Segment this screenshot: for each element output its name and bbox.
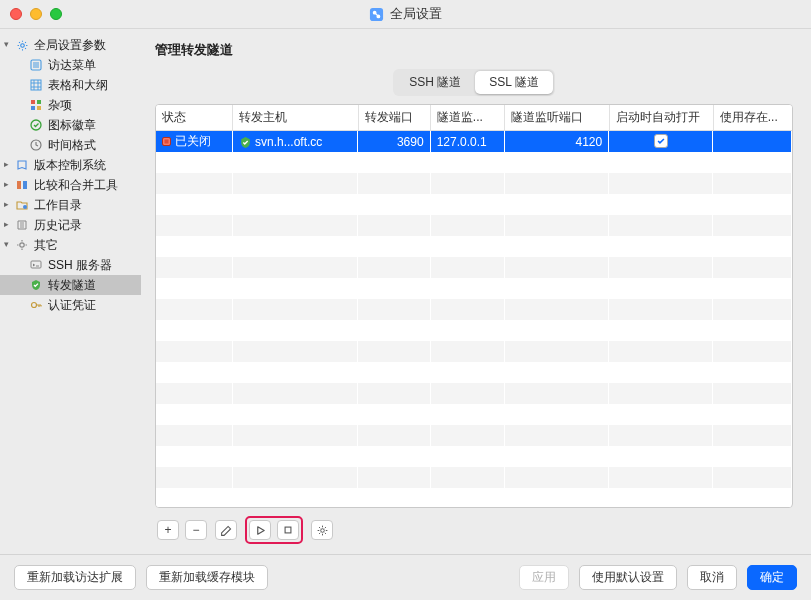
- tab[interactable]: SSL 隧道: [475, 71, 553, 94]
- sidebar-group[interactable]: ▸工作目录: [0, 195, 141, 215]
- zoom-window-button[interactable]: [50, 8, 62, 20]
- table-row-empty: [156, 446, 792, 467]
- column-header[interactable]: 转发端口: [358, 105, 430, 131]
- cell-use-existing: [713, 131, 792, 152]
- table-row-empty: [156, 236, 792, 257]
- table-toolbar: + −: [155, 508, 793, 548]
- cancel-button[interactable]: 取消: [687, 565, 737, 590]
- column-header[interactable]: 转发主机: [233, 105, 358, 131]
- sidebar-item-label: 图标徽章: [48, 117, 96, 134]
- remove-button[interactable]: −: [185, 520, 207, 540]
- item-icon: [28, 97, 44, 113]
- svg-point-17: [32, 303, 37, 308]
- tunnel-table: 状态转发主机转发端口隧道监...隧道监听端口启动时自动打开使用存在... 已关闭…: [155, 104, 793, 508]
- sidebar-item[interactable]: 杂项: [0, 95, 141, 115]
- caret-icon: ▾: [4, 39, 14, 49]
- column-header[interactable]: 隧道监听端口: [505, 105, 609, 131]
- item-icon: [28, 277, 44, 293]
- column-header[interactable]: 隧道监...: [430, 105, 504, 131]
- table-row-empty: [156, 488, 792, 507]
- svg-rect-18: [285, 527, 291, 533]
- cell-listen-port: 4120: [505, 131, 609, 152]
- table-body[interactable]: 已关闭 svn.h...oft.cc 3690 127.0.0.1 4120: [156, 131, 792, 507]
- caret-icon: ▸: [4, 219, 14, 229]
- sidebar-item[interactable]: 图标徽章: [0, 115, 141, 135]
- table-row-empty: [156, 194, 792, 215]
- column-header[interactable]: 启动时自动打开: [609, 105, 713, 131]
- table-row-empty: [156, 299, 792, 320]
- minimize-window-button[interactable]: [30, 8, 42, 20]
- defaults-button[interactable]: 使用默认设置: [579, 565, 677, 590]
- reload-cache-button[interactable]: 重新加载缓存模块: [146, 565, 268, 590]
- sidebar-item[interactable]: 认证凭证: [0, 295, 141, 315]
- svg-rect-9: [37, 106, 41, 110]
- sidebar-item[interactable]: 时间格式: [0, 135, 141, 155]
- sidebar-item-label: 转发隧道: [48, 277, 96, 294]
- sidebar-item-label: 时间格式: [48, 137, 96, 154]
- sidebar-item[interactable]: 访达菜单: [0, 55, 141, 75]
- table-row-empty: [156, 425, 792, 446]
- sidebar-group-label: 版本控制系统: [34, 157, 106, 174]
- svg-point-10: [31, 120, 41, 130]
- sidebar-group-label: 历史记录: [34, 217, 82, 234]
- footer: 重新加载访达扩展 重新加载缓存模块 应用 使用默认设置 取消 确定: [0, 554, 811, 600]
- sidebar-group[interactable]: ▸比较和合并工具: [0, 175, 141, 195]
- cell-auto-open[interactable]: [609, 131, 713, 152]
- status-indicator-icon: [162, 137, 171, 146]
- item-icon: [28, 117, 44, 133]
- settings-button[interactable]: [311, 520, 333, 540]
- edit-button[interactable]: [215, 520, 237, 540]
- content-pane: 管理转发隧道 SSH 隧道SSL 隧道 状态转发主机转发端口隧道监...隧道监听…: [141, 29, 811, 554]
- add-button[interactable]: +: [157, 520, 179, 540]
- sidebar-group[interactable]: ▾其它: [0, 235, 141, 255]
- checkbox-icon[interactable]: [654, 134, 668, 148]
- sidebar[interactable]: ▾全局设置参数访达菜单表格和大纲杂项图标徽章时间格式▸版本控制系统▸比较和合并工…: [0, 29, 141, 554]
- ok-button[interactable]: 确定: [747, 565, 797, 590]
- table-row[interactable]: 已关闭 svn.h...oft.cc 3690 127.0.0.1 4120: [156, 131, 792, 152]
- group-icon: [14, 177, 30, 193]
- svg-rect-6: [31, 100, 35, 104]
- window: 全局设置 ▾全局设置参数访达菜单表格和大纲杂项图标徽章时间格式▸版本控制系统▸比…: [0, 0, 811, 600]
- svg-point-19: [320, 528, 324, 532]
- item-icon: [28, 57, 44, 73]
- svg-rect-7: [37, 100, 41, 104]
- sidebar-item[interactable]: SSH 服务器: [0, 255, 141, 275]
- caret-icon: ▸: [4, 199, 14, 209]
- column-header[interactable]: 使用存在...: [713, 105, 792, 131]
- sidebar-group[interactable]: ▾全局设置参数: [0, 35, 141, 55]
- sidebar-group[interactable]: ▸版本控制系统: [0, 155, 141, 175]
- sidebar-group-label: 其它: [34, 237, 58, 254]
- table-row-empty: [156, 215, 792, 236]
- sidebar-item-label: SSH 服务器: [48, 257, 112, 274]
- item-icon: [28, 257, 44, 273]
- tab[interactable]: SSH 隧道: [395, 71, 475, 94]
- sidebar-item-label: 杂项: [48, 97, 72, 114]
- page-title: 管理转发隧道: [155, 41, 793, 59]
- sidebar-item[interactable]: 表格和大纲: [0, 75, 141, 95]
- window-body: ▾全局设置参数访达菜单表格和大纲杂项图标徽章时间格式▸版本控制系统▸比较和合并工…: [0, 28, 811, 554]
- column-header[interactable]: 状态: [156, 105, 233, 131]
- app-icon: [369, 7, 384, 22]
- svg-point-2: [377, 14, 381, 18]
- group-icon: [14, 217, 30, 233]
- tab-segmented-control[interactable]: SSH 隧道SSL 隧道: [393, 69, 555, 96]
- svg-point-1: [373, 10, 377, 14]
- reload-access-button[interactable]: 重新加载访达扩展: [14, 565, 136, 590]
- sidebar-group-label: 工作目录: [34, 197, 82, 214]
- group-icon: [14, 37, 30, 53]
- svg-point-15: [20, 243, 24, 247]
- apply-button[interactable]: 应用: [519, 565, 569, 590]
- cell-listen-host: 127.0.0.1: [430, 131, 504, 152]
- caret-icon: ▸: [4, 159, 14, 169]
- sidebar-item-label: 表格和大纲: [48, 77, 108, 94]
- sidebar-group[interactable]: ▸历史记录: [0, 215, 141, 235]
- svg-rect-16: [31, 261, 41, 268]
- table-row-empty: [156, 341, 792, 362]
- stop-button[interactable]: [277, 520, 299, 540]
- table-header-row: 状态转发主机转发端口隧道监...隧道监听端口启动时自动打开使用存在...: [156, 105, 792, 131]
- close-window-button[interactable]: [10, 8, 22, 20]
- sidebar-group-label: 比较和合并工具: [34, 177, 118, 194]
- sidebar-item[interactable]: 转发隧道: [0, 275, 141, 295]
- svg-point-14: [23, 205, 27, 209]
- play-button[interactable]: [249, 520, 271, 540]
